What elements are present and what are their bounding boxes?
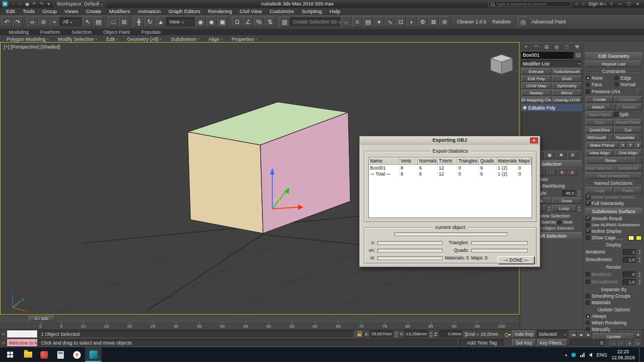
home-icon[interactable]: ⌂ [573,1,580,7]
random-plugin-label[interactable]: Random [490,19,514,25]
macro-recorder-icon[interactable] [1,340,6,345]
split-checkbox[interactable] [614,112,618,117]
undo-quick-icon[interactable]: ↶ [31,1,38,7]
update-manually-radio[interactable] [586,327,590,331]
menu-item[interactable]: Rendering [204,8,236,15]
macro-recorder-line[interactable]: Welcome to M [7,339,37,346]
set-keys-icon[interactable] [505,332,511,338]
planar-z-button[interactable]: Z [635,142,642,148]
ribbon-tab[interactable]: Freeform [35,29,66,35]
redo-icon[interactable]: ↷ [13,16,23,27]
time-slider[interactable]: 0 / 100 [0,315,520,321]
cage-color-swatch[interactable] [628,236,634,240]
spinner-snap-icon[interactable]: ⇅ [265,16,275,27]
preview-multi-radio[interactable] [557,220,562,225]
render-iterations-spinner[interactable] [637,271,642,277]
preserve-uvs-settings-button[interactable] [637,88,642,95]
ribbon-toggle-icon[interactable]: ▾ [374,16,384,27]
preserve-uvs-checkbox[interactable] [586,89,590,94]
ribbon-panel-button[interactable]: Properties [226,37,261,42]
edit-named-selection-sets-icon[interactable]: ▥ [279,16,290,27]
rendered-frame-window-icon[interactable]: ⊠ [428,16,439,27]
grid-align-button[interactable]: Grid Align [614,149,642,156]
material-editor-icon[interactable]: ◐ [407,16,417,27]
object-color-swatch[interactable] [575,52,582,58]
rectangular-region-icon[interactable]: □ [108,16,118,27]
cleaner-plugin-label[interactable]: Cleaner 1.0 b [454,19,489,25]
subdivision-surface-rollout-header[interactable]: Subdivision Surface [585,208,642,215]
create-button[interactable]: Create [586,96,613,102]
track-bar-ruler[interactable]: 0510152025303540455055606570758085909510… [0,321,520,329]
x-spinner[interactable] [394,331,398,337]
hide-unselected-button[interactable]: Hide Unselected [586,172,642,179]
display-smoothness-spinner[interactable] [637,256,642,263]
detach-button[interactable]: Detach [617,104,642,110]
modifier-stack-item[interactable]: Editable Poly [521,104,582,111]
network-icon[interactable] [580,353,585,357]
modifier-button[interactable]: UVW Map [521,82,551,89]
create-tab-icon[interactable]: + [521,43,531,50]
minimize-button[interactable]: – [616,1,624,7]
yandex-browser-icon[interactable]: Y [69,347,85,362]
menu-item[interactable]: Customize [266,8,298,15]
select-and-rotate-icon[interactable]: ↻ [145,16,155,27]
maximize-viewport-icon[interactable]: ⊡ [634,339,642,347]
constraint-none-radio[interactable] [586,76,590,80]
ribbon-tab[interactable]: Selection [66,29,97,35]
open-file-icon[interactable]: □ [17,1,23,7]
menu-item[interactable]: Group [39,8,61,15]
y-spinner[interactable] [429,331,433,337]
key-filters-button[interactable]: Key Filters... [537,339,568,347]
motion-tab-icon[interactable]: ◎ [552,43,562,50]
menu-item[interactable]: Create [82,8,105,15]
ribbon-panel-button[interactable]: Subdivision [166,37,204,42]
polygon-subobject-icon[interactable]: ■ [557,168,567,176]
percent-snap-icon[interactable]: % [254,16,264,27]
cage-selected-color-swatch[interactable] [636,236,642,240]
exporting-obj-dialog[interactable]: Exporting OBJ × Export-Statistics NameVe… [359,136,540,267]
auto-key-button[interactable]: Auto Key [512,330,536,338]
red-app-icon[interactable] [36,347,52,362]
modifier-button[interactable]: Sweep [521,89,551,96]
smoothing-groups-checkbox[interactable] [586,294,590,298]
smooth-result-checkbox[interactable] [586,216,590,221]
modifier-button[interactable]: W Mapping Cle [521,96,551,103]
align-icon[interactable]: ≡ [352,16,362,27]
loop-spinner[interactable] [577,205,581,212]
calculator-icon[interactable] [52,347,69,362]
window-crossing-icon[interactable]: ⊞ [119,16,129,27]
msmooth-button[interactable]: MSmooth [586,134,608,141]
tessellate-settings-button[interactable] [637,134,642,141]
display-iterations-field[interactable]: 1 [623,249,636,255]
pan-view-icon[interactable]: ↔ [618,339,625,347]
favorites-star-icon[interactable]: ☆ [580,1,587,7]
volume-icon[interactable] [589,353,592,357]
remove-modifier-icon[interactable]: ✖ [556,152,567,159]
table-row[interactable]: -= Total =- 8 6 12 0 6 1 (2) 0 [369,171,532,177]
attach-button[interactable]: Attach [586,104,611,110]
cut-button[interactable]: Cut [614,126,642,133]
update-when-rendering-radio[interactable] [586,321,590,325]
snap-toggle-3d-icon[interactable]: Ω [232,16,242,27]
help-icon[interactable]: ? [608,1,615,7]
mirror-icon[interactable]: ⇔ [341,16,351,27]
update-button[interactable]: Update [593,333,634,340]
y-coordinate-field[interactable]: -13,258mm [405,330,428,337]
make-unique-icon[interactable]: ▣ [544,152,555,159]
add-time-tag[interactable]: Add Time Tag [459,339,505,347]
3dsmax-taskbar-icon[interactable] [85,347,102,362]
current-frame-field[interactable]: 0 [570,339,606,347]
selection-lock-icon[interactable] [355,330,363,338]
3dsmax-logo-icon[interactable]: M [2,1,8,7]
maximize-button[interactable]: □ [625,1,633,7]
redo-quick-icon[interactable]: ↷ [38,1,45,7]
named-selection-sets-dropdown[interactable]: Create Selection Se [290,17,341,26]
menu-item[interactable]: Edit [2,8,19,15]
tray-expand-icon[interactable]: ▴ [565,353,567,357]
configure-modifier-sets-icon[interactable]: ⚙ [567,152,578,159]
select-and-scale-icon[interactable]: ▲ [156,16,166,27]
repeat-last-button[interactable]: Repeat Last [586,61,642,67]
object-name-field[interactable]: Box001 [521,52,574,59]
search-box[interactable] [488,1,571,7]
file-explorer-icon[interactable] [20,347,36,362]
